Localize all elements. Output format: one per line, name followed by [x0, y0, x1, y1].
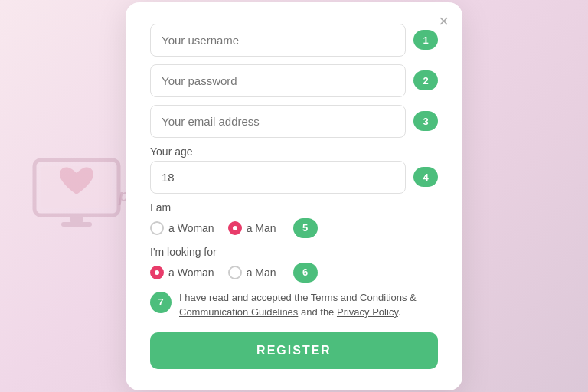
looking-radio-group: a Woman a Man: [150, 266, 276, 279]
looking-man-radio[interactable]: [228, 266, 242, 279]
terms-row: 7 I have read and accepted the Terms and…: [150, 290, 438, 320]
iam-options-row: a Woman a Man 5: [150, 218, 438, 238]
iam-man-label: a Man: [247, 222, 276, 234]
iam-man-option[interactable]: a Man: [228, 221, 276, 235]
close-button[interactable]: ×: [439, 13, 449, 30]
age-badge: 4: [413, 167, 438, 187]
password-input[interactable]: [150, 64, 406, 97]
looking-woman-option[interactable]: a Woman: [150, 266, 214, 279]
username-badge: 1: [413, 30, 438, 50]
iam-woman-radio[interactable]: [150, 221, 164, 235]
iam-badge: 5: [293, 218, 318, 238]
iam-radio-group: a Woman a Man: [150, 221, 276, 235]
iam-woman-label: a Woman: [168, 222, 214, 234]
watermark-monitor: [31, 156, 122, 236]
email-badge: 3: [413, 111, 438, 131]
svg-rect-3: [61, 222, 92, 227]
iam-label: I am: [150, 201, 438, 214]
terms-mid: and the: [298, 306, 337, 318]
iam-section: I am a Woman a Man 5: [150, 201, 438, 238]
terms-link2[interactable]: Privacy Policy: [337, 306, 398, 318]
terms-end: .: [398, 306, 401, 318]
looking-man-label: a Man: [247, 266, 276, 279]
looking-woman-label: a Woman: [168, 266, 214, 279]
username-row: 1: [150, 24, 438, 57]
looking-woman-radio[interactable]: [150, 266, 164, 279]
iam-man-radio[interactable]: [228, 221, 242, 235]
looking-badge: 6: [293, 263, 318, 283]
looking-man-option[interactable]: a Man: [228, 266, 276, 279]
iam-woman-option[interactable]: a Woman: [150, 221, 214, 235]
age-input[interactable]: [150, 161, 406, 194]
svg-rect-2: [70, 215, 83, 223]
register-modal: × 1 2 3 Your age 4 I am a Woman: [126, 2, 462, 390]
email-input[interactable]: [150, 105, 406, 138]
terms-before: I have read and accepted the: [179, 292, 311, 303]
terms-badge: 7: [150, 292, 172, 313]
age-row: 4: [150, 161, 438, 194]
terms-text: I have read and accepted the Terms and C…: [179, 290, 438, 320]
looking-label: I'm looking for: [150, 246, 438, 258]
age-label: Your age: [150, 145, 438, 158]
looking-options-row: a Woman a Man 6: [150, 263, 438, 283]
looking-section: I'm looking for a Woman a Man 6: [150, 246, 438, 283]
password-badge: 2: [413, 70, 438, 90]
password-row: 2: [150, 64, 438, 97]
email-row: 3: [150, 105, 438, 138]
username-input[interactable]: [150, 24, 406, 57]
register-button[interactable]: REGISTER: [150, 332, 438, 369]
